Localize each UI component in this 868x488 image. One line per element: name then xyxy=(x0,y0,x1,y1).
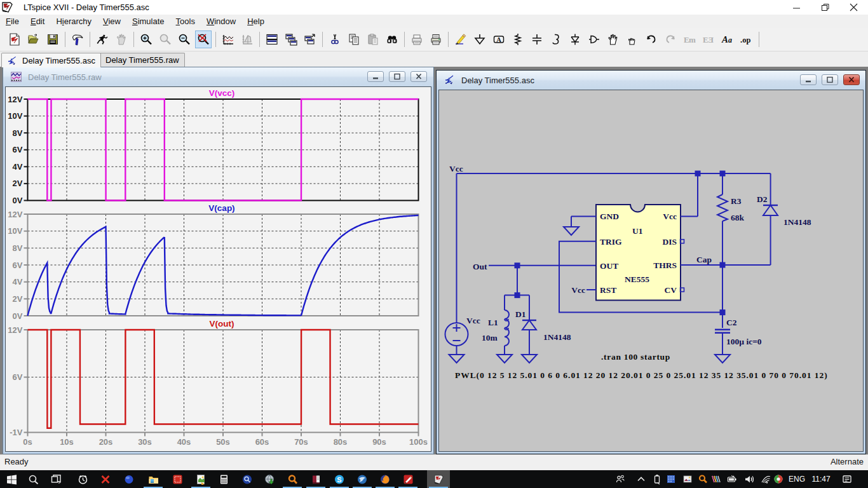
minimize-button[interactable] xyxy=(782,0,811,15)
tray-notification[interactable] xyxy=(837,470,857,488)
taskbar: SENG11:47 xyxy=(0,470,868,488)
tab-schematic[interactable]: Delay Timer555.asc xyxy=(1,53,101,67)
resistor-button[interactable] xyxy=(510,30,526,48)
taskbar-red-pencil-app[interactable] xyxy=(397,470,419,488)
tray-browser-globe[interactable] xyxy=(771,470,785,488)
taskbar-photo-viewer-app[interactable] xyxy=(189,470,212,488)
u1-pin-cv: CV xyxy=(665,285,677,295)
waveform-close-button[interactable] xyxy=(410,71,427,82)
menu-view[interactable]: View xyxy=(97,15,126,27)
drag-button[interactable] xyxy=(624,30,641,48)
tray-usb-device[interactable] xyxy=(650,470,664,488)
taskbar-red-grid-app[interactable] xyxy=(166,470,189,488)
zoom-out-button[interactable] xyxy=(176,30,193,48)
taskbar-blue-sphere-app[interactable] xyxy=(118,470,140,488)
wire-button[interactable] xyxy=(452,30,469,48)
tile-horizontally-button[interactable] xyxy=(264,30,280,48)
open-button[interactable] xyxy=(25,30,42,48)
tray-wacom[interactable] xyxy=(709,470,723,488)
tray-orange-magnifier[interactable] xyxy=(696,470,710,488)
schematic-canvas[interactable]: VccVccOutL110mD11N4148GNDTRIGOUTRSTVccDI… xyxy=(438,90,864,452)
zoom-full-extents-button[interactable] xyxy=(195,30,212,48)
tray-clock[interactable]: 11:47 xyxy=(808,470,834,488)
label-net-button[interactable]: A xyxy=(491,30,507,48)
taskbar-skype[interactable]: S xyxy=(328,470,351,488)
plot-settings-button[interactable] xyxy=(239,30,255,48)
ground-button[interactable] xyxy=(471,30,488,48)
tray-battery[interactable] xyxy=(725,470,739,488)
waveform-minimize-button[interactable] xyxy=(367,71,384,82)
tray-people[interactable] xyxy=(613,470,627,488)
start-button[interactable] xyxy=(1,470,22,488)
inductor-button[interactable] xyxy=(548,30,564,48)
spice-directive-button[interactable]: .op xyxy=(738,30,755,48)
tray-blue-tile[interactable] xyxy=(664,470,678,488)
control-panel-button[interactable] xyxy=(69,30,86,48)
text-button[interactable]: Aa xyxy=(719,30,736,48)
autorange-y-button[interactable] xyxy=(220,30,236,48)
print-preview-button[interactable] xyxy=(409,30,425,48)
paste-button[interactable] xyxy=(365,30,381,48)
taskbar-orange-search-app[interactable] xyxy=(281,470,304,488)
menu-window[interactable]: Window xyxy=(201,15,241,27)
menubar: FileEditHierarchyViewSimulateToolsWindow… xyxy=(0,15,868,28)
menu-help[interactable]: Help xyxy=(241,15,270,27)
move-button[interactable] xyxy=(605,30,621,48)
find-icon xyxy=(386,33,398,46)
tray-network-signal[interactable] xyxy=(759,470,773,488)
run-button[interactable] xyxy=(94,30,111,48)
notification-icon xyxy=(842,474,853,485)
menu-hierarchy[interactable]: Hierarchy xyxy=(50,15,97,27)
tray-volume[interactable] xyxy=(742,470,756,488)
component-button[interactable] xyxy=(586,30,602,48)
taskbar-ltspice[interactable] xyxy=(427,470,450,488)
tab-label: Delay Timer555.raw xyxy=(105,55,179,65)
menu-simulate[interactable]: Simulate xyxy=(126,15,170,27)
menu-file[interactable]: File xyxy=(0,15,25,27)
tile-vertically-button[interactable] xyxy=(283,30,299,48)
cut-button[interactable] xyxy=(327,30,343,48)
new-schematic-button[interactable] xyxy=(6,30,23,48)
taskbar-file-explorer[interactable] xyxy=(142,470,165,488)
find-button[interactable] xyxy=(384,30,400,48)
y-tick-label: 12V xyxy=(8,325,22,335)
print-button[interactable] xyxy=(428,30,444,48)
menu-edit[interactable]: Edit xyxy=(25,15,50,27)
x-tick-label: 20s xyxy=(99,437,113,447)
zoom-in-button[interactable] xyxy=(138,30,154,48)
mirror-button[interactable]: Em xyxy=(681,30,698,48)
taskbar-red-book-app[interactable] xyxy=(304,470,327,488)
zoom-box-button[interactable] xyxy=(157,30,173,48)
taskbar-alarms[interactable] xyxy=(71,470,94,488)
schematic-close-button[interactable] xyxy=(843,74,860,85)
taskbar-globe-download-app[interactable] xyxy=(258,470,281,488)
taskbar-firefox[interactable] xyxy=(374,470,397,488)
copy-button[interactable] xyxy=(346,30,362,48)
menu-tools[interactable]: Tools xyxy=(170,15,201,27)
taskbar-red-x-app[interactable] xyxy=(94,470,117,488)
redo-button[interactable] xyxy=(662,30,679,48)
schematic-drawing: VccVccOutL110mD11N4148GNDTRIGOUTRSTVccDI… xyxy=(439,90,863,451)
tray-chevron-up[interactable] xyxy=(634,470,648,488)
taskbar-calculator[interactable] xyxy=(212,470,235,488)
taskbar-task-view[interactable] xyxy=(44,470,67,488)
taskbar-thunderbird[interactable] xyxy=(351,470,374,488)
taskbar-search[interactable] xyxy=(22,470,44,488)
rotate-button[interactable]: EE xyxy=(700,30,717,48)
maximize-button[interactable] xyxy=(811,0,839,15)
save-button[interactable] xyxy=(44,30,61,48)
waveform-plot-area[interactable]: V(vcc)12V10V8V6V4V2V0VV(cap)12V10V8V6V4V… xyxy=(5,86,431,452)
schematic-maximize-button[interactable] xyxy=(822,74,838,85)
tray-language[interactable]: ENG xyxy=(786,470,808,488)
close-icon xyxy=(848,76,855,83)
diode-button[interactable] xyxy=(567,30,583,48)
taskbar-blue-search-app[interactable] xyxy=(236,470,259,488)
close-button[interactable] xyxy=(839,0,868,15)
tray-picture[interactable] xyxy=(681,470,695,488)
capacitor-button[interactable] xyxy=(529,30,545,48)
halt-button[interactable] xyxy=(113,30,130,48)
schematic-minimize-button[interactable] xyxy=(800,74,817,85)
waveform-maximize-button[interactable] xyxy=(389,71,405,82)
cascade-windows-button[interactable] xyxy=(302,30,318,48)
undo-button[interactable] xyxy=(643,30,660,48)
